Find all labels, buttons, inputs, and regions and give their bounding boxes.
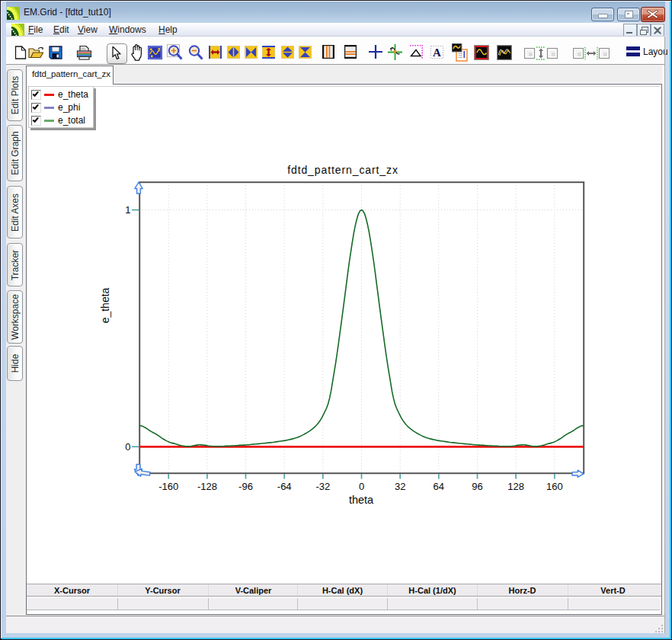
svg-text:1: 1 xyxy=(125,204,130,216)
svg-text:32: 32 xyxy=(395,481,405,492)
svg-text:0: 0 xyxy=(125,441,130,453)
svg-text:0: 0 xyxy=(359,481,364,492)
svg-text:-32: -32 xyxy=(315,481,330,492)
svg-text:-128: -128 xyxy=(197,481,217,492)
svg-text:96: 96 xyxy=(472,481,482,492)
svg-text:128: 128 xyxy=(507,481,524,492)
svg-text:-160: -160 xyxy=(158,481,178,492)
svg-text:A: A xyxy=(433,46,441,59)
svg-text:-64: -64 xyxy=(277,481,292,492)
svg-text:theta: theta xyxy=(349,494,374,506)
svg-text:fdtd_pattern_cart_zx: fdtd_pattern_cart_zx xyxy=(287,164,398,176)
svg-text:-96: -96 xyxy=(238,481,253,492)
svg-text:64: 64 xyxy=(434,481,444,492)
svg-text:160: 160 xyxy=(546,481,563,492)
svg-text:e_theta: e_theta xyxy=(99,287,111,323)
